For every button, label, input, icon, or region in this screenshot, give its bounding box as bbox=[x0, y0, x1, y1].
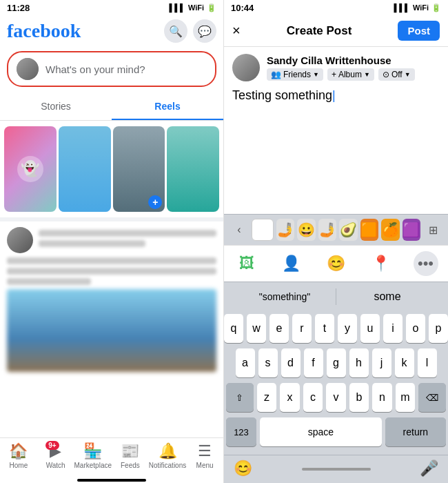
key-w[interactable]: w bbox=[247, 314, 266, 343]
key-y[interactable]: y bbox=[338, 314, 357, 343]
signal-icon-right: ▌▌▌ bbox=[394, 3, 409, 12]
reel-item-4[interactable] bbox=[167, 126, 219, 212]
audience-friends-pill[interactable]: 👥 Friends ▼ bbox=[267, 68, 323, 81]
audience-album-pill[interactable]: + Album ▼ bbox=[327, 68, 374, 81]
blurred-content-1b bbox=[7, 268, 216, 275]
avatar-image-left bbox=[17, 58, 39, 80]
key-a[interactable]: a bbox=[236, 348, 255, 377]
key-space[interactable]: space bbox=[260, 417, 382, 446]
friends-label: Friends bbox=[283, 70, 311, 79]
post-input-area[interactable]: Testing something bbox=[224, 88, 448, 214]
key-b[interactable]: b bbox=[349, 383, 369, 412]
photo-tool[interactable]: 🖼 bbox=[234, 251, 259, 276]
autocomplete-bar: "something" some bbox=[224, 282, 448, 311]
search-button[interactable]: 🔍 bbox=[164, 19, 187, 43]
feed-user-row-1 bbox=[7, 227, 216, 253]
feed-avatar-1 bbox=[7, 227, 33, 253]
key-h[interactable]: h bbox=[349, 348, 369, 377]
nav-item-notifications[interactable]: 🔔 Notifications bbox=[149, 442, 186, 469]
key-r[interactable]: r bbox=[292, 314, 312, 343]
fb-header-icons: 🔍 💬 bbox=[164, 19, 216, 43]
nav-item-home[interactable]: 🏠 Home bbox=[0, 442, 37, 469]
key-j[interactable]: j bbox=[372, 348, 391, 377]
user-avatar-left bbox=[17, 58, 39, 80]
messenger-button[interactable]: 💬 bbox=[193, 19, 216, 43]
reels-grid: 👻 + bbox=[0, 121, 223, 217]
key-f[interactable]: f bbox=[304, 348, 323, 377]
key-z[interactable]: z bbox=[257, 383, 276, 412]
key-return[interactable]: return bbox=[385, 417, 446, 446]
post-button[interactable]: Post bbox=[398, 21, 440, 41]
kb-chevron-left[interactable]: ‹ bbox=[230, 220, 249, 239]
sticker-4[interactable]: 🥑 bbox=[339, 219, 357, 241]
nav-item-menu[interactable]: ☰ Menu bbox=[186, 442, 223, 469]
location-tool[interactable]: 📍 bbox=[369, 251, 394, 276]
sticker-7[interactable]: 🟪 bbox=[403, 219, 420, 241]
off-icon: ⊙ bbox=[383, 70, 389, 79]
kb-row-3: ⇧ z x c v b n m ⌫ bbox=[226, 383, 446, 412]
key-backspace[interactable]: ⌫ bbox=[418, 383, 446, 412]
key-q[interactable]: q bbox=[224, 314, 243, 343]
blurred-content-1c bbox=[7, 278, 91, 285]
nav-item-watch[interactable]: 9+ ▶ Watch bbox=[37, 442, 74, 469]
whats-on-mind-box[interactable]: What's on your mind? bbox=[7, 51, 216, 87]
reel-item-3[interactable]: + bbox=[113, 126, 165, 212]
emoji-keyboard-icon[interactable]: 😊 bbox=[234, 460, 252, 477]
key-d[interactable]: d bbox=[281, 348, 301, 377]
more-tools[interactable]: ••• bbox=[414, 251, 438, 276]
feeds-icon: 📰 bbox=[121, 442, 139, 460]
sticker-6[interactable]: 🍊 bbox=[381, 219, 399, 241]
blurred-detail-1 bbox=[39, 240, 145, 247]
battery-icon-left: 🔋 bbox=[207, 3, 216, 12]
autocomplete-item-0[interactable]: "something" bbox=[234, 288, 336, 305]
reel-plus-icon: + bbox=[148, 195, 162, 209]
nav-item-feeds[interactable]: 📰 Feeds bbox=[112, 442, 149, 469]
key-t[interactable]: t bbox=[315, 314, 334, 343]
watch-badge: 9+ bbox=[45, 441, 59, 450]
sticker-2[interactable]: 😀 bbox=[297, 219, 315, 241]
key-c[interactable]: c bbox=[303, 383, 323, 412]
autocomplete-item-1[interactable]: some bbox=[336, 288, 438, 306]
sticker-3[interactable]: 🤳 bbox=[318, 219, 336, 241]
key-k[interactable]: k bbox=[395, 348, 414, 377]
key-u[interactable]: u bbox=[360, 314, 380, 343]
microphone-icon[interactable]: 🎤 bbox=[420, 460, 438, 477]
sticker-whitebox[interactable] bbox=[252, 219, 274, 241]
audience-off-pill[interactable]: ⊙ Off ▼ bbox=[378, 68, 415, 81]
tag-tool[interactable]: 👤 bbox=[279, 251, 304, 276]
notifications-label: Notifications bbox=[149, 462, 186, 469]
tab-stories[interactable]: Stories bbox=[0, 94, 112, 120]
close-button[interactable]: × bbox=[232, 23, 241, 39]
key-x[interactable]: x bbox=[280, 383, 299, 412]
whats-on-mind-text: What's on your mind? bbox=[45, 63, 145, 75]
home-label: Home bbox=[10, 462, 28, 469]
tab-reels[interactable]: Reels bbox=[112, 94, 223, 120]
key-s[interactable]: s bbox=[258, 348, 278, 377]
post-tools-bar: 🖼 👤 😊 📍 ••• bbox=[224, 245, 448, 282]
key-g[interactable]: g bbox=[327, 348, 346, 377]
key-v[interactable]: v bbox=[326, 383, 345, 412]
nav-item-marketplace[interactable]: 🏪 Marketplace bbox=[74, 442, 112, 469]
key-num[interactable]: 123 bbox=[226, 417, 256, 446]
key-p[interactable]: p bbox=[429, 314, 448, 343]
reel-item-1[interactable]: 👻 bbox=[4, 126, 57, 212]
album-chevron: ▼ bbox=[364, 71, 370, 78]
emoji-tool[interactable]: 😊 bbox=[324, 251, 349, 276]
key-shift[interactable]: ⇧ bbox=[226, 383, 254, 412]
status-bar-right: 10:44 ▌▌▌ WiFi 🔋 bbox=[224, 0, 448, 15]
grid-button[interactable]: ⊞ bbox=[423, 220, 442, 239]
kb-row-2: a s d f g h j k l bbox=[226, 348, 446, 377]
key-n[interactable]: n bbox=[372, 383, 391, 412]
key-i[interactable]: i bbox=[383, 314, 403, 343]
sticker-1[interactable]: 🤳 bbox=[276, 219, 294, 241]
sticker-5[interactable]: 🟧 bbox=[360, 219, 378, 241]
key-l[interactable]: l bbox=[418, 348, 437, 377]
friends-chevron: ▼ bbox=[313, 71, 319, 78]
key-m[interactable]: m bbox=[396, 383, 415, 412]
key-e[interactable]: e bbox=[269, 314, 289, 343]
album-label: Album bbox=[338, 70, 362, 79]
reel-item-2[interactable] bbox=[59, 126, 111, 212]
feed-text-lines-1 bbox=[39, 230, 216, 250]
key-o[interactable]: o bbox=[406, 314, 425, 343]
post-user-details: Sandy Cilla Writtenhouse 👥 Friends ▼ + A… bbox=[267, 55, 415, 81]
